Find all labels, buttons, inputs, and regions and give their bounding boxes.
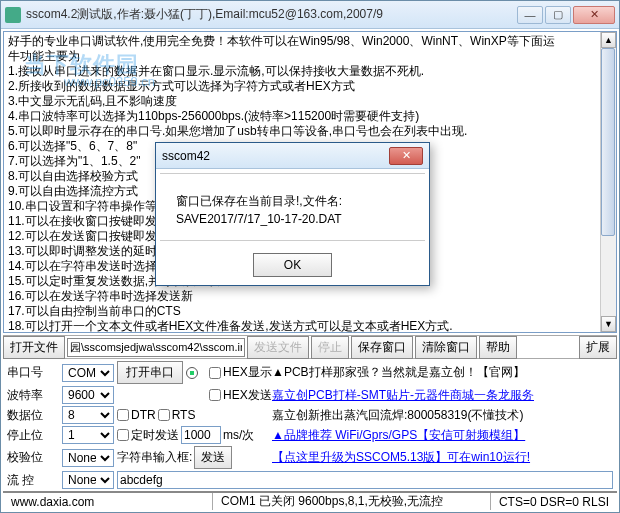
stop-button[interactable]: 停止 [311, 336, 349, 359]
flow-label: 流 控 [7, 472, 59, 489]
scroll-down-icon[interactable]: ▼ [601, 316, 616, 332]
open-port-button[interactable]: 打开串口 [117, 361, 183, 384]
minimize-button[interactable]: — [517, 6, 543, 24]
input-label: 字符串输入框: [117, 449, 192, 466]
help-button[interactable]: 帮助 [479, 336, 517, 359]
hex-send-check[interactable]: HEX发送 [209, 387, 269, 404]
data-select[interactable]: 8 [62, 406, 114, 424]
ad-line-4[interactable]: ▲品牌推荐 WiFi/Gprs/GPS【安信可射频模组】 [272, 427, 613, 444]
dtr-check[interactable]: DTR [117, 408, 156, 422]
port-label: 串口号 [7, 364, 59, 381]
send-input[interactable] [117, 471, 613, 489]
send-button[interactable]: 发送 [194, 446, 232, 469]
baud-select[interactable]: 9600 [62, 386, 114, 404]
ad-line-3: 嘉立创新推出蒸汽回流焊:800058319(不懂技术) [272, 407, 613, 424]
app-icon [5, 7, 21, 23]
titlebar: sscom4.2测试版,作者:聂小猛(丁丁),Email:mcu52@163.c… [1, 1, 619, 29]
window-title: sscom4.2测试版,作者:聂小猛(丁丁),Email:mcu52@163.c… [26, 6, 517, 23]
parity-label: 校验位 [7, 449, 59, 466]
scroll-thumb[interactable] [601, 48, 615, 236]
dialog-title: sscom42 [162, 149, 389, 163]
statusbar: www.daxia.com COM1 已关闭 9600bps,8,1,无校验,无… [3, 492, 617, 510]
hex-show-check[interactable]: HEX显示 [209, 364, 269, 381]
ad-line-2[interactable]: 嘉立创PCB打样-SMT贴片-元器件商城一条龙服务 [272, 387, 613, 404]
scrollbar-vertical[interactable]: ▲ ▼ [600, 32, 616, 332]
clear-window-button[interactable]: 清除窗口 [415, 336, 477, 359]
toolbar: 打开文件 发送文件 停止 保存窗口 清除窗口 帮助 扩展 [3, 335, 617, 359]
save-dialog: sscom42 ✕ 窗口已保存在当前目录!,文件名: SAVE2017/7/17… [155, 142, 430, 286]
ad-line-1: ▲PCB打样那家强？当然就是嘉立创！【官网】 [272, 364, 613, 381]
port-indicator-icon [186, 367, 198, 379]
data-label: 数据位 [7, 407, 59, 424]
dialog-ok-button[interactable]: OK [253, 253, 332, 277]
maximize-button[interactable]: ▢ [545, 6, 571, 24]
dialog-close-button[interactable]: ✕ [389, 147, 423, 165]
send-file-button[interactable]: 发送文件 [247, 336, 309, 359]
close-button[interactable]: ✕ [573, 6, 615, 24]
interval-unit: ms/次 [223, 427, 254, 444]
extend-button[interactable]: 扩展 [579, 336, 617, 359]
port-select[interactable]: COM1 [62, 364, 114, 382]
flow-select[interactable]: None [62, 471, 114, 489]
status-url: www.daxia.com [3, 493, 213, 510]
stop-label: 停止位 [7, 427, 59, 444]
status-signals: CTS=0 DSR=0 RLSI [491, 493, 617, 510]
ad-line-5[interactable]: 【点这里升级为SSCOM5.13版】可在win10运行! [272, 449, 613, 466]
dialog-text-2: SAVE2017/7/17_10-17-20.DAT [176, 210, 409, 228]
baud-label: 波特率 [7, 387, 59, 404]
settings-panel: 串口号 COM1 打开串口 HEX显示 ▲PCB打样那家强？当然就是嘉立创！【官… [3, 359, 617, 492]
dialog-text-1: 窗口已保存在当前目录!,文件名: [176, 192, 409, 210]
scroll-up-icon[interactable]: ▲ [601, 32, 616, 48]
parity-select[interactable]: None [62, 449, 114, 467]
stop-select[interactable]: 1 [62, 426, 114, 444]
open-file-button[interactable]: 打开文件 [3, 336, 65, 359]
file-path-input[interactable] [67, 338, 245, 357]
rts-check[interactable]: RTS [158, 408, 196, 422]
interval-input[interactable] [181, 426, 221, 444]
timed-send-check[interactable]: 定时发送 [117, 427, 179, 444]
status-port: COM1 已关闭 9600bps,8,1,无校验,无流控 [213, 493, 491, 510]
save-window-button[interactable]: 保存窗口 [351, 336, 413, 359]
